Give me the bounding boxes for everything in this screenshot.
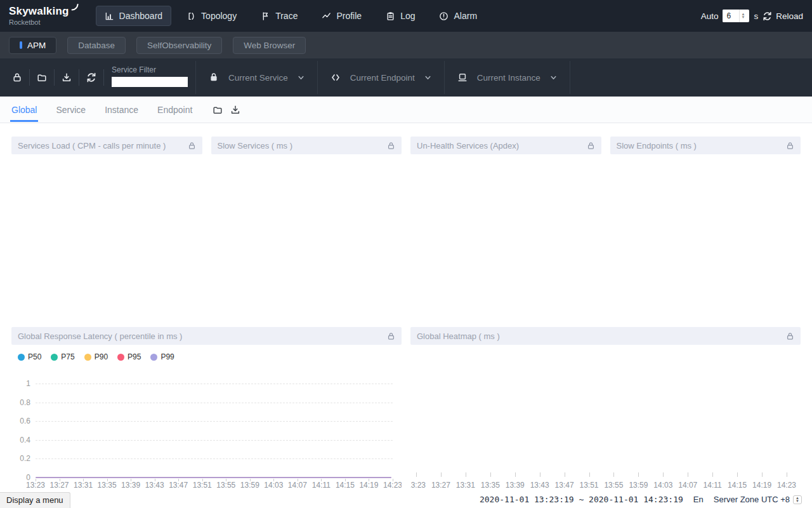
lock-icon[interactable] xyxy=(387,332,395,340)
latency-panel: Global Response Latency ( percentile in … xyxy=(11,327,402,494)
group-tab-web-browser[interactable]: Web Browser xyxy=(233,37,306,54)
service-icon xyxy=(209,72,219,83)
x-axis-tick xyxy=(515,472,516,477)
tab-service[interactable]: Service xyxy=(55,97,87,122)
x-axis-label: 13:55 xyxy=(216,481,235,490)
series-line-flat xyxy=(36,477,391,478)
chevron-down-icon xyxy=(298,74,304,81)
x-axis-label: 14:23 xyxy=(383,481,402,490)
nav-item-dashboard[interactable]: Dashboard xyxy=(96,6,172,26)
x-axis-label: 14:15 xyxy=(336,481,355,490)
x-axis-tick xyxy=(737,472,738,477)
selector-current-instance[interactable]: Current Instance xyxy=(445,58,570,97)
nav-item-alarm[interactable]: Alarm xyxy=(430,6,486,26)
nav-item-profile[interactable]: Profile xyxy=(313,6,370,26)
profile-icon xyxy=(322,11,331,21)
nav-item-topology[interactable]: Topology xyxy=(178,6,246,26)
language-toggle[interactable]: En xyxy=(693,495,704,504)
interval-spinner[interactable]: ▲▼ xyxy=(739,10,746,22)
x-axis-tick xyxy=(466,472,466,477)
gridline xyxy=(36,384,393,384)
dashboard-group-tabs: APMDatabaseSelfObservabilityWeb Browser xyxy=(0,32,812,58)
panel-title: Global Heatmap ( ms ) xyxy=(417,331,500,341)
y-axis-label: 0.2 xyxy=(11,454,30,463)
plot-area: 13:2313:2713:3113:3513:3913:4313:4713:51… xyxy=(36,345,393,494)
x-axis-label: 13:43 xyxy=(530,481,549,490)
panel-slow-services-ms-: Slow Services ( ms ) xyxy=(211,137,402,154)
panel-un-health-services-a: Un-Health Services (Apdex) xyxy=(410,137,601,154)
x-axis-tick xyxy=(589,472,590,477)
x-axis-label: 14:15 xyxy=(728,481,747,490)
lock-icon[interactable] xyxy=(5,72,29,83)
group-tab-apm[interactable]: APM xyxy=(9,37,56,54)
topology-icon xyxy=(187,11,196,21)
panel-services-load-cpm-ca: Services Load ( CPM - calls per minute ) xyxy=(11,137,202,154)
top-navbar: Skywalking Rocketbot DashboardTopologyTr… xyxy=(0,0,812,32)
panel-header: Slow Endpoints ( ms ) xyxy=(610,137,801,154)
reload-label: Reload xyxy=(776,11,803,21)
x-axis-tick xyxy=(490,472,491,477)
nav-item-log[interactable]: Log xyxy=(377,6,424,26)
lock-icon[interactable] xyxy=(387,142,395,150)
endpoint-icon xyxy=(331,72,341,83)
active-indicator xyxy=(20,41,22,49)
browser-status-tooltip: Display a menu xyxy=(0,492,70,508)
brand-subtitle: Rocketbot xyxy=(9,18,78,26)
heatmap-panel: Global Heatmap ( ms ) 13:2313:2713:3113:… xyxy=(410,327,801,494)
x-axis-label: 14:19 xyxy=(359,481,378,490)
x-axis-label: 13:23 xyxy=(410,481,426,490)
lock-icon[interactable] xyxy=(587,142,595,150)
instance-icon xyxy=(457,72,468,83)
download-icon[interactable] xyxy=(230,105,240,115)
group-tab-selfobservability[interactable]: SelfObservability xyxy=(136,37,222,54)
auto-interval-input[interactable] xyxy=(723,10,739,22)
x-axis-label: 13:23 xyxy=(26,481,45,490)
x-axis-label: 13:39 xyxy=(506,481,525,490)
x-axis-label: 13:27 xyxy=(50,481,69,490)
dashboard-content: Services Load ( CPM - calls per minute )… xyxy=(0,137,812,494)
folder-icon[interactable] xyxy=(30,72,54,83)
x-axis-label: 13:31 xyxy=(456,481,475,490)
folder-icon[interactable] xyxy=(213,105,223,115)
time-range-picker[interactable]: 2020-11-01 13:23:19 ~ 2020-11-01 14:23:1… xyxy=(480,495,683,504)
auto-interval-stepper: ▲▼ xyxy=(723,10,749,22)
x-axis-tick xyxy=(638,472,639,477)
service-filter: Service Filter xyxy=(112,58,188,87)
context-selectors: Current ServiceCurrent EndpointCurrent I… xyxy=(196,58,570,97)
skywalking-logo[interactable]: Skywalking Rocketbot xyxy=(9,6,78,26)
heatmap-axis: 13:2313:2713:3113:3513:3913:4313:4713:51… xyxy=(416,345,787,494)
tab-global[interactable]: Global xyxy=(10,97,38,122)
auto-unit-label: s xyxy=(754,11,758,21)
zone-stepper[interactable]: ▲▼ xyxy=(793,495,802,504)
reload-button[interactable]: Reload xyxy=(763,11,803,21)
group-tab-label: Database xyxy=(78,41,115,50)
panel-header: Global Response Latency ( percentile in … xyxy=(11,327,402,345)
x-axis-label: 13:43 xyxy=(145,481,164,490)
lock-icon[interactable] xyxy=(786,142,794,150)
service-filter-input[interactable] xyxy=(112,77,188,87)
tab-instance[interactable]: Instance xyxy=(103,97,140,122)
refresh-icon[interactable] xyxy=(79,72,103,83)
x-axis-label: 14:03 xyxy=(264,481,283,490)
service-filter-label: Service Filter xyxy=(112,65,188,74)
x-axis-label: 14:11 xyxy=(312,481,331,490)
group-tab-database[interactable]: Database xyxy=(67,37,126,54)
x-axis-label: 13:39 xyxy=(121,481,140,490)
selector-current-endpoint[interactable]: Current Endpoint xyxy=(318,58,444,97)
panel-title: Slow Services ( ms ) xyxy=(218,141,292,150)
x-axis-label: 13:35 xyxy=(98,481,117,490)
nav-item-trace[interactable]: Trace xyxy=(252,6,306,26)
tab-endpoint[interactable]: Endpoint xyxy=(156,97,193,122)
group-tab-label: Web Browser xyxy=(244,41,295,50)
reload-icon xyxy=(763,11,772,21)
x-axis-label: 13:51 xyxy=(193,481,212,490)
download-icon[interactable] xyxy=(55,72,79,83)
tab-bar-actions xyxy=(213,105,240,115)
lock-icon[interactable] xyxy=(188,142,196,150)
status-bar: 2020-11-01 13:23:19 ~ 2020-11-01 14:23:1… xyxy=(480,495,802,504)
group-tab-label: SelfObservability xyxy=(147,41,211,50)
selector-current-service[interactable]: Current Service xyxy=(196,58,317,97)
lock-icon[interactable] xyxy=(786,332,794,340)
panel-title: Slow Endpoints ( ms ) xyxy=(617,141,697,150)
server-zone-control: Server Zone UTC +8 ▲▼ xyxy=(714,495,802,504)
